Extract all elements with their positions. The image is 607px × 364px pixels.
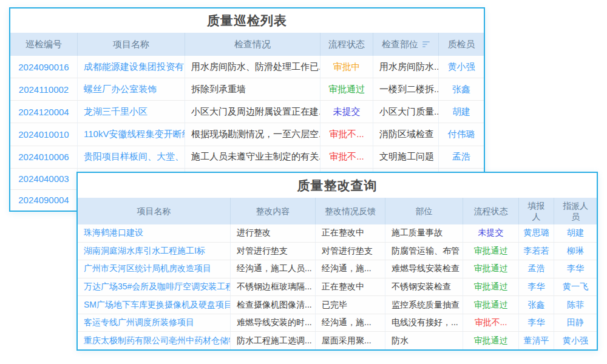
table-row: SM广场地下车库更换摄像机及硬盘项目检查摄像机图像清...已完毕监控系统质量抽查… [78, 296, 597, 314]
cell-location: 文明施工问题 [373, 146, 439, 168]
inspection-table-header: 巡检编号项目名称检查情况流程状态检查部位质检员 [10, 33, 484, 56]
column-header-1: 项目名称 [78, 198, 231, 224]
cell-project[interactable]: 客运专线广州调度所装修项目 [78, 314, 231, 332]
cell-situation: 根据现场勘测情况，一至六层空... [185, 123, 320, 145]
column-header-label: 检查情况 [234, 38, 271, 50]
cell-situation: 拆除到承重墙 [185, 78, 320, 100]
column-header-4: 流程状态 [320, 33, 373, 56]
cell-project[interactable]: 万达广场35#会所及咖啡厅空调安装工程 [78, 278, 231, 296]
column-header-label: 项目名称 [113, 38, 149, 50]
cell-reporter[interactable]: 张鑫 [519, 296, 554, 314]
cell-status: 审批不... [320, 123, 373, 145]
cell-assignee[interactable]: 田静 [554, 314, 597, 332]
cell-reporter[interactable]: 黄思璐 [519, 224, 554, 242]
cell-status: 未提交 [320, 101, 373, 123]
cell-location: 小区大门质量... [373, 101, 439, 123]
cell-project[interactable]: SM广场地下车库更换摄像机及硬盘项目 [78, 296, 231, 314]
cell-assignee[interactable]: 柳琳 [554, 243, 597, 260]
cell-feedback: 正在整改中 [316, 278, 385, 296]
cell-reporter[interactable]: 孟浩 [519, 260, 554, 278]
cell-status: 审批通过 [463, 332, 519, 349]
cell-assignee[interactable]: 黄一飞 [554, 278, 597, 296]
cell-project[interactable]: 110kV安徽线程集变开断线... [78, 123, 185, 145]
cell-feedback: 正在整改中 [316, 224, 385, 242]
cell-feedback: 屋面采用聚... [316, 332, 385, 349]
column-header-1: 巡检编号 [10, 33, 78, 56]
cell-id[interactable]: 2024010010 [10, 123, 78, 145]
cell-inspector[interactable]: 张鑫 [439, 78, 484, 100]
cell-inspector[interactable]: 付伟璐 [439, 123, 484, 145]
cell-content: 检查摄像机图像清... [231, 296, 316, 314]
cell-status: 审批通过 [463, 243, 519, 260]
table-row: 湖南洞庭湖水库引水工程施工I标对管进行垫支对管进行垫支防腐管运输、布管审批通过李… [78, 243, 597, 261]
cell-id[interactable]: 2024040003 [10, 169, 78, 189]
cell-situation: 施工人员未遵守业主制定的有关... [185, 146, 320, 168]
table-row: 广州市天河区统计局机房改造项目经沟通，施工人员...经沟通，施...难燃导线安装… [78, 260, 597, 278]
cell-feedback: 经沟通，施... [316, 260, 385, 278]
column-header-5[interactable]: 检查部位 [373, 33, 439, 56]
cell-reporter[interactable]: 李华 [519, 278, 554, 296]
cell-project[interactable]: 广州市天河区统计局机房改造项目 [78, 260, 231, 278]
cell-content: 进行整改 [231, 224, 316, 242]
sort-icon[interactable] [422, 41, 430, 47]
cell-assignee[interactable]: 黄小强 [554, 332, 597, 349]
table-row: 万达广场35#会所及咖啡厅空调安装工程不锈钢边框玻璃隔...正在整改中不锈钢安装… [78, 278, 597, 297]
column-header-label: 流程状态 [474, 206, 508, 217]
column-header-label: 整改情况反馈 [325, 206, 376, 217]
cell-project[interactable]: 贵阳项目样板间、大堂、... [78, 146, 185, 168]
cell-project[interactable]: 螺丝厂办公室装饰 [78, 78, 185, 100]
cell-feedback: 对管进行垫支 [316, 243, 385, 260]
column-header-label: 部位 [416, 206, 433, 217]
rectification-query-window: 质量整改查询 项目名称整改内容整改情况反馈部位流程状态填报人指派人员 珠海鹤港口… [76, 172, 598, 351]
cell-reporter[interactable]: 李华 [519, 314, 554, 332]
table-row: 重庆太极制药有限公司亳州中药材仓储物流防水工程施工选调...屋面采用聚...防水… [78, 332, 597, 349]
column-header-4: 部位 [385, 198, 463, 224]
page-title: 质量巡检列表 [10, 8, 484, 33]
column-header-label: 流程状态 [328, 38, 365, 50]
cell-assignee[interactable]: 李华 [554, 260, 597, 278]
column-header-label: 巡检编号 [25, 38, 62, 50]
cell-id[interactable]: 2024010006 [10, 146, 78, 168]
column-header-label: 整改内容 [256, 206, 290, 217]
cell-location: 一楼到二楼拆... [373, 78, 439, 100]
cell-status: 审批通过 [463, 296, 519, 314]
table-row: 2024010010110kV安徽线程集变开断线...根据现场勘测情况，一至六层… [10, 123, 484, 146]
cell-inspector[interactable]: 黄小强 [439, 56, 484, 78]
cell-part: 电线没有接好，... [385, 314, 463, 332]
table-row: 2024110002螺丝厂办公室装饰拆除到承重墙审批通过一楼到二楼拆...张鑫 [10, 78, 484, 101]
cell-part: 难燃导线安装检查 [385, 260, 463, 278]
cell-project[interactable]: 湖南洞庭湖水库引水工程施工I标 [78, 243, 231, 260]
cell-id[interactable]: 2024090016 [10, 56, 78, 78]
column-header-label: 检查部位 [382, 38, 418, 50]
column-header-label: 项目名称 [137, 206, 171, 217]
cell-inspector[interactable]: 胡建 [439, 101, 484, 123]
cell-status: 审批中 [320, 56, 373, 78]
column-header-2: 整改内容 [231, 198, 316, 224]
cell-reporter[interactable]: 董清平 [519, 332, 554, 349]
cell-reporter[interactable]: 李若若 [519, 243, 554, 260]
cell-id[interactable]: 2024110002 [10, 78, 78, 100]
column-header-5: 流程状态 [463, 198, 519, 224]
column-header-7: 指派人员 [554, 198, 597, 224]
cell-location: 消防区域检查 [373, 123, 439, 145]
column-header-label: 指派人员 [560, 200, 591, 222]
cell-situation: 用水房间防水、防滑处理工作已... [185, 56, 320, 78]
cell-content: 难燃导线安装的时... [231, 314, 316, 332]
cell-content: 防水工程施工选调... [231, 332, 316, 349]
rectification-table-header: 项目名称整改内容整改情况反馈部位流程状态填报人指派人员 [78, 198, 597, 224]
cell-id[interactable]: 2024090004 [10, 190, 78, 211]
cell-status: 审批通过 [320, 78, 373, 100]
cell-project[interactable]: 成都能源建设集团投资有... [78, 56, 185, 78]
column-header-3: 检查情况 [185, 33, 320, 56]
cell-assignee[interactable]: 胡建 [554, 224, 597, 242]
cell-project[interactable]: 龙湖三千里小区 [78, 101, 185, 123]
cell-assignee[interactable]: 陈菲 [554, 296, 597, 314]
table-row: 客运专线广州调度所装修项目难燃导线安装的时...经沟通，施...电线没有接好，.… [78, 314, 597, 332]
column-header-2: 项目名称 [78, 33, 185, 56]
cell-id[interactable]: 2024120004 [10, 101, 78, 123]
cell-situation: 小区大门及周边附属设置正在建... [185, 101, 320, 123]
cell-project[interactable]: 珠海鹤港口建设 [78, 224, 231, 242]
cell-inspector[interactable]: 孟浩 [439, 146, 484, 168]
cell-content: 不锈钢边框玻璃隔... [231, 278, 316, 296]
cell-project[interactable]: 重庆太极制药有限公司亳州中药材仓储物流 [78, 332, 231, 349]
